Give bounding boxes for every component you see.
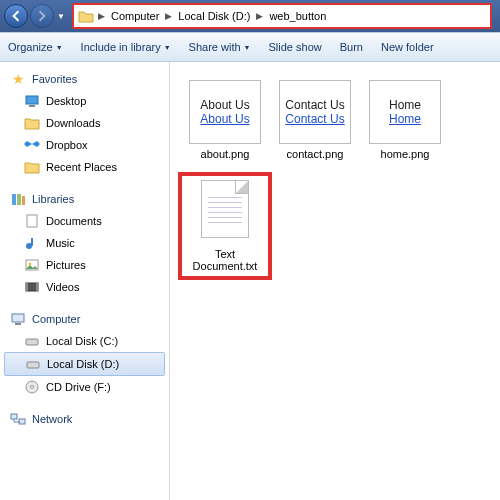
file-about-png[interactable]: About Us About Us about.png [182,80,268,160]
svg-rect-2 [12,194,16,205]
thumbnail: About Us About Us [189,80,261,144]
svg-point-18 [31,386,34,389]
sidebar-item-disk-d[interactable]: Local Disk (D:) [4,352,165,376]
documents-icon [24,213,40,229]
svg-rect-16 [27,362,39,368]
svg-rect-3 [17,194,21,205]
file-contact-png[interactable]: Contact Us Contact Us contact.png [272,80,358,160]
thumbnail: Home Home [369,80,441,144]
svg-rect-7 [31,238,33,246]
svg-rect-5 [27,215,37,227]
sidebar-item-documents[interactable]: Documents [0,210,169,232]
svg-rect-13 [12,314,24,322]
svg-rect-0 [26,96,38,104]
new-folder-button[interactable]: New folder [381,41,434,53]
sidebar-item-pictures[interactable]: Pictures [0,254,169,276]
star-icon: ★ [10,71,26,87]
forward-button[interactable] [30,4,54,28]
downloads-icon [24,115,40,131]
drive-icon [25,356,41,372]
sidebar-item-recent[interactable]: Recent Places [0,156,169,178]
drive-icon [24,333,40,349]
chevron-down-icon: ▼ [244,44,251,51]
recent-icon [24,159,40,175]
svg-rect-12 [36,283,38,291]
text-file-icon [201,180,249,238]
favorites-header[interactable]: ★Favorites [0,68,169,90]
sidebar: ★Favorites Desktop Downloads Dropbox Rec… [0,62,170,500]
sidebar-item-videos[interactable]: Videos [0,276,169,298]
cd-icon [24,379,40,395]
computer-icon [10,311,26,327]
sidebar-item-music[interactable]: Music [0,232,169,254]
svg-rect-19 [11,414,17,419]
network-header[interactable]: Network [0,408,169,430]
sidebar-item-desktop[interactable]: Desktop [0,90,169,112]
sidebar-item-downloads[interactable]: Downloads [0,112,169,134]
sidebar-item-dropbox[interactable]: Dropbox [0,134,169,156]
content-pane: About Us About Us about.png Contact Us C… [170,62,500,500]
thumbnail: Contact Us Contact Us [279,80,351,144]
file-name-label: about.png [201,148,250,160]
libraries-icon [10,191,26,207]
svg-rect-4 [22,196,25,205]
include-menu[interactable]: Include in library▼ [81,41,171,53]
nav-bar: ▼ ▶ Computer ▶ Local Disk (D:) ▶ web_but… [0,0,500,32]
pictures-icon [24,257,40,273]
chevron-right-icon: ▶ [254,11,265,21]
file-name-label: Text Document.txt [186,248,264,272]
dropbox-icon [24,137,40,153]
chevron-right-icon: ▶ [163,11,174,21]
folder-icon [78,9,94,23]
network-icon [10,411,26,427]
libraries-header[interactable]: Libraries [0,188,169,210]
desktop-icon [24,93,40,109]
file-name-label: contact.png [287,148,344,160]
history-dropdown[interactable]: ▼ [56,4,66,28]
slideshow-button[interactable]: Slide show [269,41,322,53]
chevron-down-icon: ▼ [56,44,63,51]
chevron-right-icon: ▶ [96,11,107,21]
crumb-folder[interactable]: web_button [267,10,328,22]
file-text-document[interactable]: Text Document.txt [182,176,268,276]
chevron-down-icon: ▼ [164,44,171,51]
computer-header[interactable]: Computer [0,308,169,330]
crumb-drive[interactable]: Local Disk (D:) [176,10,252,22]
organize-menu[interactable]: Organize▼ [8,41,63,53]
burn-button[interactable]: Burn [340,41,363,53]
svg-rect-15 [26,339,38,345]
svg-rect-1 [29,105,35,107]
sidebar-item-cd-drive[interactable]: CD Drive (F:) [0,376,169,398]
back-button[interactable] [4,4,28,28]
svg-rect-11 [26,283,28,291]
svg-rect-14 [15,323,21,325]
file-name-label: home.png [381,148,430,160]
share-menu[interactable]: Share with▼ [189,41,251,53]
crumb-computer[interactable]: Computer [109,10,161,22]
address-bar[interactable]: ▶ Computer ▶ Local Disk (D:) ▶ web_butto… [74,5,490,27]
sidebar-item-disk-c[interactable]: Local Disk (C:) [0,330,169,352]
address-bar-highlight: ▶ Computer ▶ Local Disk (D:) ▶ web_butto… [72,3,492,29]
file-home-png[interactable]: Home Home home.png [362,80,448,160]
videos-icon [24,279,40,295]
toolbar: Organize▼ Include in library▼ Share with… [0,32,500,62]
music-icon [24,235,40,251]
